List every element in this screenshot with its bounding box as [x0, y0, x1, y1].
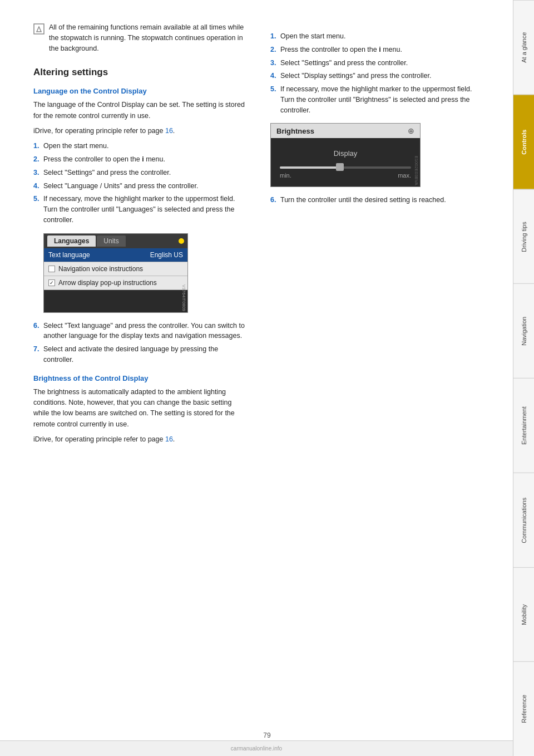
list-item: 1.Open the start menu. [270, 31, 485, 42]
list-item: 2.Press the controller to open the i men… [33, 154, 248, 165]
checkbox-nav-voice [48, 266, 55, 272]
footer-text: carmanualonline.info [231, 745, 282, 752]
list-item: 3.Select "Settings" and press the contro… [33, 168, 248, 178]
brightness-slider [280, 166, 411, 169]
list-item: 2.Press the controller to open the i men… [270, 45, 485, 55]
languages-screenshot: Languages Units Text language English US… [43, 233, 188, 313]
svg-rect-0 [34, 24, 44, 34]
sidebar-item-mobility[interactable]: Mobility [513, 567, 534, 662]
brightness-steps: 1.Open the start menu. 2.Press the contr… [270, 31, 485, 115]
note-text: All of the remaining functions remain av… [49, 22, 248, 53]
slider-thumb [336, 163, 344, 171]
slider-fill [280, 166, 339, 169]
sidebar-item-communications[interactable]: Communications [513, 473, 534, 567]
screenshot-watermark: V3764IT0809 [181, 284, 186, 311]
list-item: 3.Select "Settings" and press the contro… [270, 58, 485, 68]
language-idrive-ref: iDrive, for operating principle refer to… [33, 126, 248, 136]
list-item: 5.If necessary, move the highlight marke… [270, 84, 485, 115]
sidebar-item-controls[interactable]: Controls [513, 95, 534, 189]
lang-row-nav-voice: Navigation voice instructions [44, 262, 187, 276]
page-number: 79 [263, 732, 270, 739]
footer: carmanualonline.info [0, 740, 513, 756]
list-item: 5.If necessary, move the highlight marke… [33, 194, 248, 225]
svg-marker-1 [37, 27, 41, 32]
brightness-step6: 6.Turn the controller until the desired … [270, 195, 485, 205]
triangle-icon [33, 23, 44, 35]
sidebar-item-entertainment[interactable]: Entertainment [513, 378, 534, 473]
languages-tab: Languages [47, 235, 96, 247]
slider-track [280, 166, 411, 169]
brightness-screenshot: Brightness ⊕ Display min. max. E1002E03B… [270, 123, 421, 187]
language-steps2: 6.Select "Text language" and press the c… [33, 321, 248, 365]
checkbox-arrow-display [48, 279, 55, 286]
brightness-header: Brightness ⊕ [271, 124, 420, 138]
brightness-min-max: min. max. [280, 172, 411, 179]
sidebar-item-at-a-glance[interactable]: At a glance [513, 0, 534, 95]
lang-header: Languages Units [44, 234, 187, 248]
note-box: All of the remaining functions remain av… [33, 22, 248, 53]
lang-row-text-language: Text language English US [44, 248, 187, 262]
list-item: 7.Select and activate the desired langua… [33, 344, 248, 365]
subsection-title-language: Language on the Control Display [33, 87, 248, 95]
list-item: 4.Select "Display settings" and press th… [270, 71, 485, 81]
list-item: 4.Select "Language / Units" and press th… [33, 181, 248, 192]
left-column: All of the remaining functions remain av… [33, 22, 248, 734]
sidebar-item-driving-tips[interactable]: Driving tips [513, 189, 534, 284]
lang-row-arrow-display: Arrow display pop-up instructions [44, 276, 187, 290]
units-tab: Units [97, 235, 125, 247]
brightness-max: max. [398, 172, 411, 179]
settings-icon: ⊕ [408, 126, 414, 135]
subsection-title-brightness: Brightness of the Control Display [33, 374, 248, 382]
language-steps: 1.Open the start menu. 2.Press the contr… [33, 141, 248, 225]
sidebar-item-navigation[interactable]: Navigation [513, 283, 534, 378]
main-content: All of the remaining functions remain av… [0, 0, 513, 756]
list-item: 6.Select "Text language" and press the c… [33, 321, 248, 342]
brightness-min: min. [280, 172, 291, 179]
language-body1: The language of the Control Display can … [33, 100, 248, 121]
brightness-body: Display min. max. [271, 138, 420, 186]
right-column: 1.Open the start menu. 2.Press the contr… [270, 22, 485, 734]
brightness-watermark: E1002E03BVA [414, 156, 419, 185]
brightness-idrive-ref: iDrive, for operating principle refer to… [33, 434, 248, 445]
brightness-body1: The brightness is automatically adapted … [33, 387, 248, 430]
sidebar-item-reference[interactable]: Reference [513, 661, 534, 756]
list-item: 6.Turn the controller until the desired … [270, 195, 485, 205]
list-item: 1.Open the start menu. [33, 141, 248, 151]
brightness-display-label: Display [334, 149, 358, 158]
dot-indicator [179, 238, 184, 244]
brightness-title: Brightness [276, 127, 314, 135]
side-tabs: At a glance Controls Driving tips Naviga… [513, 0, 534, 756]
section-title: Altering settings [33, 67, 248, 78]
